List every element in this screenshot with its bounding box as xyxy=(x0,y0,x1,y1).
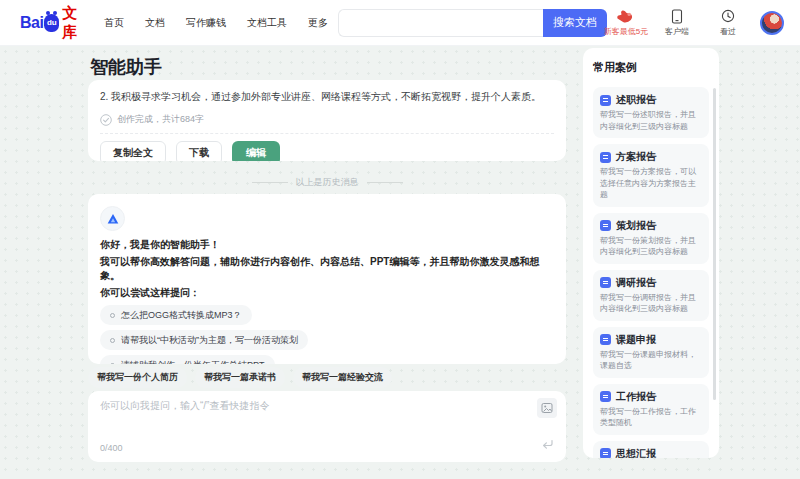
phone-icon xyxy=(671,8,683,24)
case-item-plan-report[interactable]: 方案报告 帮我写一份方案报告，可以选择任意内容为方案报告主题 xyxy=(593,144,709,207)
client-entry[interactable]: 客户端 xyxy=(658,8,696,37)
case-desc: 帮我写一份述职报告，并且内容细化到三级内容标题 xyxy=(600,109,702,132)
report-icon xyxy=(600,95,611,106)
message-input[interactable] xyxy=(100,399,524,431)
copy-full-text-button[interactable]: 复制全文 xyxy=(100,141,166,161)
case-desc: 帮我写一份工作报告，工作类型随机 xyxy=(600,406,702,429)
divider-line xyxy=(367,182,403,183)
suggestion-text: 请辅助我创作一份半年工作总结PPT xyxy=(121,359,265,365)
case-list: 述职报告 帮我写一份述职报告，并且内容细化到三级内容标题 方案报告 帮我写一份方… xyxy=(593,87,709,458)
quick-prompts-row: 帮我写一份个人简历 帮我写一篇承诺书 帮我写一篇经验交流 xyxy=(88,367,392,388)
search-bar: 搜索文档 xyxy=(338,9,607,37)
promo-label: 新客最低5元 xyxy=(604,26,648,37)
case-item-planning-report[interactable]: 策划报告 帮我写一份策划报告，并且内容细化到三级内容标题 xyxy=(593,213,709,264)
assistant-welcome-card: 你好，我是你的智能助手！ 我可以帮你高效解答问题，辅助你进行内容创作、内容总结、… xyxy=(88,194,566,364)
char-counter: 0/400 xyxy=(100,443,123,453)
creation-status-text: 创作完成，共计684字 xyxy=(117,113,204,126)
case-title: 调研报告 xyxy=(616,276,656,290)
case-desc: 帮我写一份方案报告，可以选择任意内容为方案报告主题 xyxy=(600,166,702,201)
suggestion-text: 请帮我以“中秋活动”为主题，写一份活动策划 xyxy=(121,334,298,347)
clock-icon xyxy=(721,8,735,24)
bullet-icon xyxy=(110,338,115,343)
welcome-line-3: 你可以尝试这样提问： xyxy=(100,286,554,300)
promo-entry[interactable]: 新客最低5元 xyxy=(607,8,645,37)
download-button[interactable]: 下载 xyxy=(176,141,222,161)
case-item-project-application[interactable]: 课题申报 帮我写一份课题申报材料，课题自选 xyxy=(593,327,709,378)
baidu-wenku-logo[interactable]: Bai du 文库 xyxy=(20,4,87,42)
nav-writing-earn[interactable]: 写作赚钱 xyxy=(186,16,226,30)
edit-button[interactable]: 编辑 xyxy=(232,141,280,161)
report-icon xyxy=(600,277,611,288)
image-icon xyxy=(541,402,553,414)
quick-prompt-experience[interactable]: 帮我写一篇经验交流 xyxy=(293,367,392,388)
history-text: 2. 我积极寻求学习机会，通过参加外部专业讲座、网络课程等方式，不断拓宽视野，提… xyxy=(100,90,554,104)
report-icon xyxy=(600,220,611,231)
report-icon xyxy=(600,391,611,402)
search-button[interactable]: 搜索文档 xyxy=(543,9,607,37)
case-title: 策划报告 xyxy=(616,219,656,233)
search-input[interactable] xyxy=(338,9,543,37)
report-icon xyxy=(600,448,611,458)
viewed-entry[interactable]: 看过 xyxy=(709,8,747,37)
case-title: 课题申报 xyxy=(616,333,656,347)
suggestion-text: 怎么把OGG格式转换成MP3？ xyxy=(121,309,242,322)
quick-prompt-resume[interactable]: 帮我写一份个人简历 xyxy=(88,367,187,388)
user-avatar[interactable] xyxy=(760,11,784,35)
welcome-line-2: 我可以帮你高效解答问题，辅助你进行内容创作、内容总结、PPT编辑等，并且帮助你激… xyxy=(100,255,554,283)
check-circle-icon xyxy=(100,114,112,126)
case-title: 工作报告 xyxy=(616,390,656,404)
baidu-paw-icon: du xyxy=(44,14,59,32)
sidebar-title: 常用案例 xyxy=(593,60,709,75)
creation-status-row: 创作完成，共计684字 xyxy=(100,113,554,126)
case-desc: 帮我写一份策划报告，并且内容细化到三级内容标题 xyxy=(600,235,702,258)
logo-bai-text: Bai xyxy=(20,14,43,32)
case-desc: 帮我写一份课题申报材料，课题自选 xyxy=(600,349,702,372)
nav-docs[interactable]: 文档 xyxy=(145,16,165,30)
logo-wenku-text: 文库 xyxy=(62,4,87,42)
bullet-icon xyxy=(110,313,115,318)
case-title: 方案报告 xyxy=(616,150,656,164)
report-icon xyxy=(600,152,611,163)
quick-prompt-commitment[interactable]: 帮我写一篇承诺书 xyxy=(195,367,285,388)
case-title: 述职报告 xyxy=(616,93,656,107)
nav-home[interactable]: 首页 xyxy=(104,16,124,30)
divider-line xyxy=(100,133,554,134)
image-upload-button[interactable] xyxy=(537,398,557,418)
nav-more[interactable]: 更多 xyxy=(308,16,328,30)
welcome-line-1: 你好，我是你的智能助手！ xyxy=(100,238,554,252)
suggestion-chip[interactable]: 怎么把OGG格式转换成MP3？ xyxy=(100,305,252,325)
main-area: 智能助手 2. 我积极寻求学习机会，通过参加外部专业讲座、网络课程等方式，不断拓… xyxy=(0,46,800,479)
history-divider: 以上是历史消息 xyxy=(88,175,566,189)
screen: Bai du 文库 首页 文档 写作赚钱 文档工具 更多 搜索文档 新客最低5元 xyxy=(0,0,800,479)
history-divider-label: 以上是历史消息 xyxy=(296,176,359,189)
assistant-avatar xyxy=(100,206,125,231)
case-item-research-report[interactable]: 调研报告 帮我写一份调研报告，并且内容细化到三级内容标题 xyxy=(593,270,709,321)
case-desc: 帮我写一份调研报告，并且内容细化到三级内容标题 xyxy=(600,292,702,315)
case-item-shuzhi-report[interactable]: 述职报告 帮我写一份述职报告，并且内容细化到三级内容标题 xyxy=(593,87,709,138)
case-item-work-report[interactable]: 工作报告 帮我写一份工作报告，工作类型随机 xyxy=(593,384,709,435)
message-composer: 0/400 xyxy=(88,391,566,462)
top-header: Bai du 文库 首页 文档 写作赚钱 文档工具 更多 搜索文档 新客最低5元 xyxy=(0,0,800,46)
history-actions: 复制全文 下载 编辑 xyxy=(100,141,554,161)
page-title: 智能助手 xyxy=(90,55,162,79)
send-enter-icon[interactable] xyxy=(541,436,554,454)
header-right-group: 新客最低5元 客户端 看过 xyxy=(607,8,784,37)
main-nav: 首页 文档 写作赚钱 文档工具 更多 xyxy=(104,16,328,30)
sidebar-common-cases: 常用案例 述职报告 帮我写一份述职报告，并且内容细化到三级内容标题 方案报告 帮… xyxy=(583,48,719,458)
promo-gift-icon xyxy=(616,8,636,24)
case-title: 思想汇报 xyxy=(616,447,656,459)
viewed-label: 看过 xyxy=(720,26,736,37)
history-message-card: 2. 我积极寻求学习机会，通过参加外部专业讲座、网络课程等方式，不断拓宽视野，提… xyxy=(88,80,566,161)
suggestion-chip[interactable]: 请帮我以“中秋活动”为主题，写一份活动策划 xyxy=(100,330,308,350)
suggestion-chip[interactable]: 请辅助我创作一份半年工作总结PPT xyxy=(100,355,275,364)
bullet-icon xyxy=(110,363,115,365)
client-label: 客户端 xyxy=(665,26,689,37)
nav-doc-tools[interactable]: 文档工具 xyxy=(247,16,287,30)
report-icon xyxy=(600,334,611,345)
sidebar-scrollbar[interactable] xyxy=(713,88,716,400)
wenku-ai-logo-icon xyxy=(106,212,120,226)
case-item-thought-report[interactable]: 思想汇报 帮我写一份思想汇报 xyxy=(593,441,709,459)
divider-line xyxy=(252,182,288,183)
